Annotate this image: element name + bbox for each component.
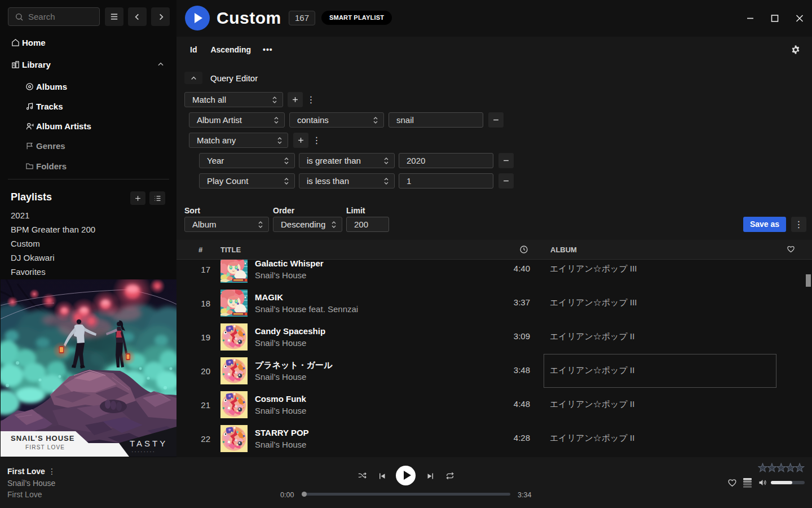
svg-text:SNAIL’S HOUSE: SNAIL’S HOUSE	[11, 434, 74, 443]
svg-text:TASTY: TASTY	[130, 439, 167, 448]
svg-text:▪▪▪▪▪▪▪▪: ▪▪▪▪▪▪▪▪	[132, 450, 156, 453]
svg-text:FIRST LOVE: FIRST LOVE	[25, 444, 65, 450]
